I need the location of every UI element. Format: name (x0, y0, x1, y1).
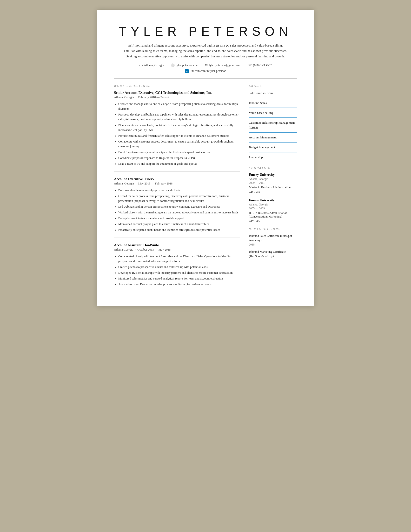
resume-page: TYLER PETERSON Self-motivated and dilige… (97, 10, 314, 306)
cert-item-0: Inbound Sales Certificate (HubSpot Acade… (249, 234, 297, 247)
location-icon: ◯ (139, 63, 143, 67)
certifications-title: CERTIFICATIONS (249, 228, 297, 230)
list-item: Developed B2B relationships with industr… (118, 270, 240, 275)
phone-text: (678) 123-4567 (253, 63, 272, 67)
job-2-bullets: Built sustainable relationships prospect… (114, 188, 240, 232)
header-divider (114, 78, 297, 79)
skill-item-2: Value-based selling (249, 110, 297, 118)
edu-0-institution: Emory University (249, 173, 297, 177)
job-3-title: Account Assistant, HootSuite (114, 243, 240, 247)
job-1-dot: · (136, 95, 137, 99)
job-1-title: Senior Account Executive, CGI Technologi… (114, 91, 240, 95)
phone-contact: ☏ (678) 123-4567 (248, 63, 272, 67)
list-item: Proactively anticipated client needs and… (118, 228, 240, 232)
job-3-meta: Atlanta Georgia · October 2013 — May 201… (114, 248, 240, 252)
skill-name-4: Account Management (249, 135, 277, 139)
skill-item-1: Inbound Sales (249, 101, 297, 108)
education-title: EDUCATION (249, 167, 297, 170)
list-item: Oversee and manage end-to-end sales cycl… (118, 102, 240, 111)
edu-0-degree: Master in Business Administration (249, 186, 297, 189)
job-divider-2 (114, 238, 240, 238)
job-1-location: Atlanta, Georgia (114, 95, 134, 99)
job-3-bullets: Collaborated closely with Account Execut… (114, 254, 240, 287)
job-2-dot: · (136, 182, 137, 185)
list-item: Built sustainable relationships prospect… (118, 188, 240, 193)
email-text: tyler-peterson@gmail.com (209, 63, 241, 67)
applicant-name: TYLER PETERSON (114, 24, 297, 38)
list-item: Led webinars and in-person presentations… (118, 204, 240, 209)
edu-item-0: Emory University Atlanta, Georgia 2009 —… (249, 173, 297, 194)
globe-icon: ⚪ (171, 63, 175, 67)
website-contact: ⚪ tyler-peterson.com (171, 63, 199, 67)
skill-item-3: Customer Relationship Management (CRM) (249, 120, 297, 133)
skill-name-2: Value-based selling (249, 111, 273, 114)
skill-name-1: Inbound Sales (249, 101, 267, 105)
skills-list: Salesforce software Inbound Sales Value-… (249, 91, 297, 162)
list-item: Monitored sales metrics and curated anal… (118, 276, 240, 281)
list-item: Plan, execute and close leads, contribut… (118, 123, 240, 133)
linkedin-text: linkedin.com/in/tyler-peterson (190, 69, 226, 73)
job-1-bullets: Oversee and manage end-to-end sales cycl… (114, 102, 240, 166)
skill-name-6: Leadership (249, 155, 263, 159)
edu-1-institution: Emory University (249, 199, 297, 202)
list-item: Delegated work to team members and provi… (118, 216, 240, 221)
edu-0-years: 2009 — 2011 (249, 181, 297, 185)
skills-title: SKILLS (249, 85, 297, 87)
edu-0-location: Atlanta, Georgia (249, 177, 297, 181)
job-2-location: Atlanta, Georgia (114, 182, 134, 185)
list-item: Collaborate with customer success depart… (118, 139, 240, 149)
job-1-dates: February 2018 — Present (138, 95, 169, 99)
list-item: Crafted pitches to prospective clients a… (118, 265, 240, 269)
job-3-dot: · (135, 248, 136, 251)
job-divider-1 (114, 171, 240, 172)
job-3-dates: October 2013 — May 2015 (137, 248, 171, 251)
job-2-title: Account Executive, Fiserv (114, 177, 240, 181)
email-icon: ✉ (205, 63, 208, 67)
job-1-meta: Atlanta, Georgia · February 2018 — Prese… (114, 95, 240, 99)
edu-1-location: Atlanta, Georgia (249, 203, 297, 206)
linkedin-icon: in (185, 69, 189, 73)
edu-1-degree: B.S. in Business Administration (Concent… (249, 211, 297, 218)
list-item: Provide continuous and frequent after-sa… (118, 133, 240, 138)
skill-name-5: Budget Management (249, 145, 275, 149)
list-item: Build long-term strategic relationships … (118, 150, 240, 155)
list-item: Owned the sales process from prospecting… (118, 194, 240, 203)
skill-name-3: Customer Relationship Management (CRM) (249, 121, 295, 129)
location-contact: ◯ Atlanta, Georgia (139, 63, 164, 67)
list-item: Assisted Account Executive on sales proc… (118, 282, 240, 287)
job-2-meta: Atlanta, Georgia · May 2015 — February 2… (114, 182, 240, 185)
website-text: tyler-peterson.com (176, 63, 199, 67)
resume-header: TYLER PETERSON Self-motivated and dilige… (114, 24, 297, 73)
skill-item-6: Leadership (249, 155, 297, 162)
list-item: Maintained account project plans to ensu… (118, 222, 240, 227)
phone-icon: ☏ (248, 63, 252, 67)
edu-1-gpa: GPA: 3.6 (249, 219, 297, 223)
main-layout: WORK EXPERIENCE Senior Account Executive… (114, 85, 297, 292)
list-item: Worked closely with the marketing team o… (118, 210, 240, 215)
job-2-dates: May 2015 — February 2018 (138, 182, 173, 185)
summary-text: Self-motivated and diligent account exec… (124, 43, 287, 59)
cert-item-1: Inbound Marketing Certificate (HubSpot A… (249, 250, 297, 258)
edu-0-gpa: GPA: 3.5 (249, 190, 297, 194)
cert-1-name: Inbound Marketing Certificate (HubSpot A… (249, 250, 297, 258)
email-contact: ✉ tyler-peterson@gmail.com (205, 63, 241, 67)
list-item: Collaborated closely with Account Execut… (118, 254, 240, 264)
skill-item-0: Salesforce software (249, 91, 297, 98)
work-experience-title: WORK EXPERIENCE (114, 85, 240, 87)
location-text: Atlanta, Georgia (144, 63, 164, 67)
job-1: Senior Account Executive, CGI Technologi… (114, 91, 240, 166)
skill-name-0: Salesforce software (249, 91, 274, 95)
left-column: WORK EXPERIENCE Senior Account Executive… (114, 85, 240, 292)
job-2: Account Executive, Fiserv Atlanta, Georg… (114, 177, 240, 232)
edu-item-1: Emory University Atlanta, Georgia 2005 —… (249, 199, 297, 223)
cert-0-year: 2018 (249, 243, 297, 247)
linkedin-row: in linkedin.com/in/tyler-peterson (114, 69, 297, 73)
cert-0-name: Inbound Sales Certificate (HubSpot Acade… (249, 234, 297, 242)
list-item: Prospect, develop, and build sales pipel… (118, 112, 240, 122)
job-3-location: Atlanta Georgia (114, 248, 133, 251)
skill-item-4: Account Management (249, 135, 297, 142)
skill-item-5: Budget Management (249, 145, 297, 152)
contact-row: ◯ Atlanta, Georgia ⚪ tyler-peterson.com … (114, 63, 297, 67)
list-item: Lead a team of 10 and support the attain… (118, 161, 240, 166)
edu-1-years: 2005 — 2009 (249, 207, 297, 210)
